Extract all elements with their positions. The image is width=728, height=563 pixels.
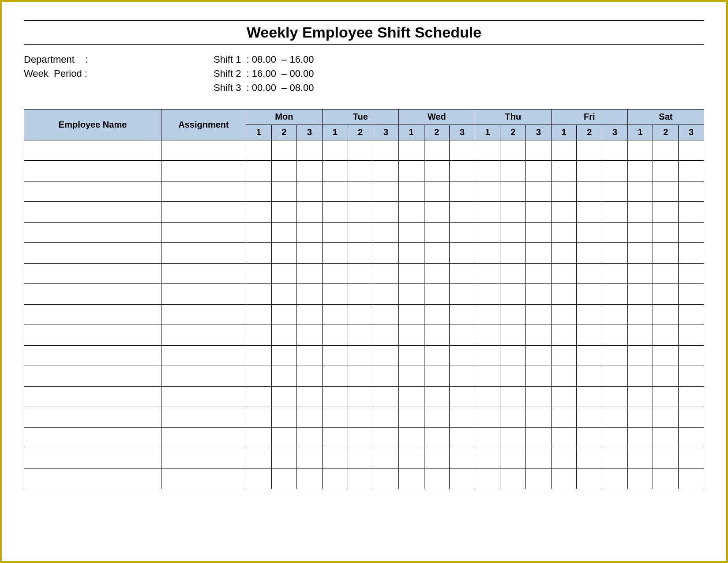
shift-cell[interactable] <box>373 386 399 407</box>
shift-cell[interactable] <box>373 284 399 305</box>
shift-cell[interactable] <box>526 140 552 161</box>
assignment-cell[interactable] <box>161 181 246 202</box>
employee-name-cell[interactable] <box>24 202 161 223</box>
shift-cell[interactable] <box>500 325 526 346</box>
shift-cell[interactable] <box>424 181 450 202</box>
employee-name-cell[interactable] <box>24 284 161 305</box>
shift-cell[interactable] <box>551 325 577 346</box>
shift-cell[interactable] <box>500 284 526 305</box>
shift-cell[interactable] <box>398 407 424 428</box>
assignment-cell[interactable] <box>161 222 246 243</box>
shift-cell[interactable] <box>246 366 271 387</box>
shift-cell[interactable] <box>500 202 526 223</box>
shift-cell[interactable] <box>602 386 628 407</box>
assignment-cell[interactable] <box>161 469 246 489</box>
shift-cell[interactable] <box>577 386 602 407</box>
shift-cell[interactable] <box>297 386 323 407</box>
shift-cell[interactable] <box>398 243 424 264</box>
assignment-cell[interactable] <box>161 386 246 407</box>
shift-cell[interactable] <box>373 366 399 387</box>
shift-cell[interactable] <box>398 366 424 387</box>
shift-cell[interactable] <box>424 222 450 243</box>
shift-cell[interactable] <box>322 304 348 325</box>
shift-cell[interactable] <box>450 386 475 407</box>
assignment-cell[interactable] <box>161 427 246 448</box>
shift-cell[interactable] <box>627 345 653 366</box>
shift-cell[interactable] <box>424 407 450 428</box>
shift-cell[interactable] <box>450 140 475 161</box>
shift-cell[interactable] <box>653 407 679 428</box>
shift-cell[interactable] <box>373 427 399 448</box>
shift-cell[interactable] <box>627 427 653 448</box>
shift-cell[interactable] <box>246 427 271 448</box>
shift-cell[interactable] <box>679 448 704 469</box>
shift-cell[interactable] <box>475 366 500 387</box>
shift-cell[interactable] <box>348 263 373 284</box>
shift-cell[interactable] <box>653 366 679 387</box>
shift-cell[interactable] <box>424 202 450 223</box>
shift-cell[interactable] <box>348 407 373 428</box>
employee-name-cell[interactable] <box>24 407 161 428</box>
shift-cell[interactable] <box>627 325 653 346</box>
shift-cell[interactable] <box>577 366 602 387</box>
shift-cell[interactable] <box>602 181 628 202</box>
shift-cell[interactable] <box>500 366 526 387</box>
shift-cell[interactable] <box>627 386 653 407</box>
shift-cell[interactable] <box>348 161 373 181</box>
shift-cell[interactable] <box>475 140 500 161</box>
employee-name-cell[interactable] <box>24 366 161 387</box>
shift-cell[interactable] <box>450 325 475 346</box>
shift-cell[interactable] <box>602 161 628 181</box>
shift-cell[interactable] <box>526 202 552 223</box>
shift-cell[interactable] <box>246 386 271 407</box>
shift-cell[interactable] <box>373 469 399 489</box>
shift-cell[interactable] <box>398 284 424 305</box>
assignment-cell[interactable] <box>161 366 246 387</box>
assignment-cell[interactable] <box>161 243 246 264</box>
shift-cell[interactable] <box>653 427 679 448</box>
shift-cell[interactable] <box>551 181 577 202</box>
shift-cell[interactable] <box>577 181 602 202</box>
shift-cell[interactable] <box>475 284 500 305</box>
shift-cell[interactable] <box>526 427 552 448</box>
shift-cell[interactable] <box>271 284 297 305</box>
shift-cell[interactable] <box>577 243 602 264</box>
shift-cell[interactable] <box>348 325 373 346</box>
shift-cell[interactable] <box>551 140 577 161</box>
shift-cell[interactable] <box>602 325 628 346</box>
shift-cell[interactable] <box>551 284 577 305</box>
shift-cell[interactable] <box>450 345 475 366</box>
shift-cell[interactable] <box>271 366 297 387</box>
shift-cell[interactable] <box>475 345 500 366</box>
shift-cell[interactable] <box>475 386 500 407</box>
shift-cell[interactable] <box>322 469 348 489</box>
shift-cell[interactable] <box>679 284 704 305</box>
shift-cell[interactable] <box>271 222 297 243</box>
shift-cell[interactable] <box>322 366 348 387</box>
shift-cell[interactable] <box>653 161 679 181</box>
shift-cell[interactable] <box>653 243 679 264</box>
shift-cell[interactable] <box>450 366 475 387</box>
shift-cell[interactable] <box>475 448 500 469</box>
employee-name-cell[interactable] <box>24 448 161 469</box>
shift-cell[interactable] <box>297 448 323 469</box>
assignment-cell[interactable] <box>161 202 246 223</box>
shift-cell[interactable] <box>602 222 628 243</box>
shift-cell[interactable] <box>679 407 704 428</box>
shift-cell[interactable] <box>577 222 602 243</box>
shift-cell[interactable] <box>679 202 704 223</box>
shift-cell[interactable] <box>551 161 577 181</box>
shift-cell[interactable] <box>475 263 500 284</box>
shift-cell[interactable] <box>271 161 297 181</box>
shift-cell[interactable] <box>398 140 424 161</box>
shift-cell[interactable] <box>653 202 679 223</box>
shift-cell[interactable] <box>424 325 450 346</box>
shift-cell[interactable] <box>271 263 297 284</box>
shift-cell[interactable] <box>271 427 297 448</box>
shift-cell[interactable] <box>322 386 348 407</box>
shift-cell[interactable] <box>424 284 450 305</box>
shift-cell[interactable] <box>475 181 500 202</box>
shift-cell[interactable] <box>373 325 399 346</box>
shift-cell[interactable] <box>602 304 628 325</box>
shift-cell[interactable] <box>653 222 679 243</box>
